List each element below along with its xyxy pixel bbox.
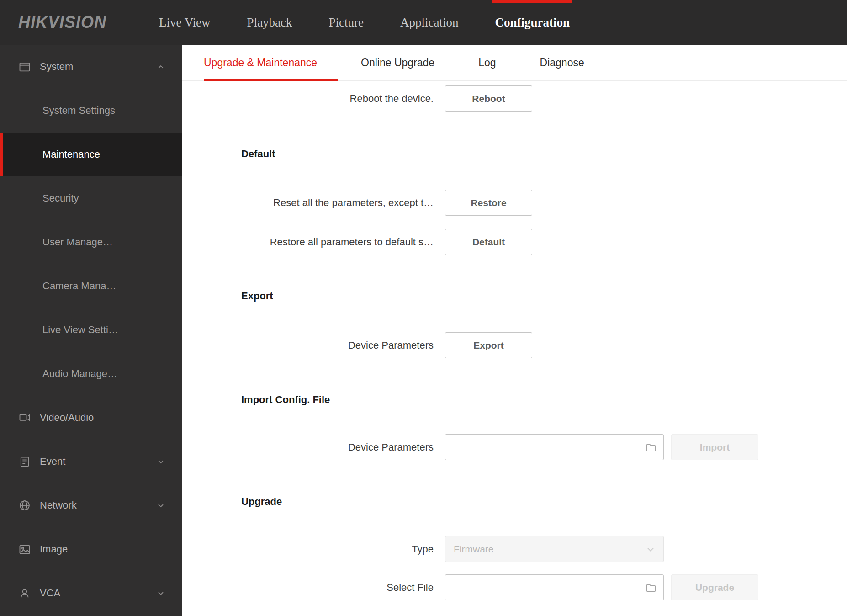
upgrade-file-field[interactable] [445,575,645,600]
chevron-up-icon [155,61,166,72]
upgrade-type-row: Type Firmware [182,536,847,562]
nav-playback[interactable]: Playback [244,0,295,45]
select-file-row: Select File Upgrade [182,574,847,600]
sidebar-item-label: System [40,61,73,73]
sidebar-item-label: Video/Audio [40,412,94,424]
sidebar-item-video-audio[interactable]: Video/Audio [0,396,182,440]
reboot-row: Reboot the device. Reboot [182,85,847,112]
nav-picture[interactable]: Picture [326,0,366,45]
sidebar-item-image[interactable]: Image [0,527,182,571]
upgrade-type-label: Type [182,543,434,555]
sidebar-item-label: System Settings [42,105,115,117]
chevron-down-icon [155,500,166,511]
chevron-down-icon [645,544,656,555]
sidebar-item-label: Image [40,543,68,555]
reboot-button[interactable]: Reboot [445,85,532,112]
chevron-down-icon [155,588,166,599]
tab-bar: Upgrade & Maintenance Online Upgrade Log… [182,45,847,81]
import-row: Device Parameters Import [182,434,847,460]
tab-diagnose[interactable]: Diagnose [540,45,584,80]
import-section-heading: Import Config. File [241,393,847,406]
sidebar-item-camera-management[interactable]: Camera Mana… [0,264,182,308]
sidebar-item-live-view-settings[interactable]: Live View Setti… [0,308,182,352]
network-icon [18,499,31,512]
system-icon [18,60,31,73]
sidebar-item-label: Security [42,192,79,204]
sidebar-item-label: Network [40,499,77,511]
sidebar-item-event[interactable]: Event [0,440,182,483]
image-icon [18,543,31,556]
main-panel: Upgrade & Maintenance Online Upgrade Log… [182,45,847,616]
tab-label: Log [478,57,496,69]
sidebar-item-security[interactable]: Security [0,176,182,220]
maintenance-content: Reboot the device. Reboot Default Reset … [182,85,847,600]
export-row: Device Parameters Export [182,332,847,358]
upgrade-file-input[interactable] [445,574,664,600]
upgrade-section-heading: Upgrade [241,495,847,508]
restore-button[interactable]: Restore [445,190,532,216]
reboot-label: Reboot the device. [182,93,434,105]
default-row: Restore all parameters to default s… Def… [182,229,847,255]
nav-label: Live View [159,16,211,30]
top-navigation: Live View Playback Picture Application C… [156,0,603,45]
export-label: Device Parameters [182,340,434,351]
restore-label: Reset all the parameters, except t… [182,197,434,209]
nav-label: Configuration [495,16,570,30]
sidebar-item-network[interactable]: Network [0,483,182,527]
nav-application[interactable]: Application [397,0,461,45]
default-section-heading: Default [241,148,847,160]
vca-icon [18,587,31,600]
tab-label: Diagnose [540,57,584,69]
sidebar-item-system[interactable]: System [0,45,182,89]
sidebar-item-audio-management[interactable]: Audio Manage… [0,352,182,396]
sidebar-item-label: Maintenance [42,149,100,160]
sidebar: System System Settings Maintenance Secur… [0,45,182,616]
sidebar-item-maintenance[interactable]: Maintenance [0,133,182,176]
hikvision-logo: HIKVISION [18,13,128,32]
nav-label: Playback [247,16,292,30]
nav-label: Application [400,16,458,30]
topbar: HIKVISION Live View Playback Picture App… [0,0,847,45]
import-label: Device Parameters [182,441,434,453]
tab-online-upgrade[interactable]: Online Upgrade [361,45,434,80]
sidebar-item-label: VCA [40,587,60,599]
import-file-input[interactable] [445,434,664,460]
sidebar-item-label: Event [40,456,65,467]
export-button[interactable]: Export [445,332,532,358]
sidebar-item-vca[interactable]: VCA [0,571,182,615]
upgrade-type-value: Firmware [454,544,494,555]
sidebar-item-label: User Manage… [42,236,113,248]
upgrade-button[interactable]: Upgrade [671,574,758,600]
select-file-label: Select File [182,582,434,594]
tab-upgrade-maintenance[interactable]: Upgrade & Maintenance [204,45,317,80]
tab-label: Online Upgrade [361,57,434,69]
sidebar-item-user-management[interactable]: User Manage… [0,220,182,264]
sidebar-item-system-settings[interactable]: System Settings [0,89,182,133]
nav-label: Picture [329,16,364,30]
nav-live-view[interactable]: Live View [156,0,213,45]
sidebar-item-label: Audio Manage… [42,368,117,380]
default-label: Restore all parameters to default s… [182,236,434,248]
nav-configuration[interactable]: Configuration [492,0,573,45]
sidebar-item-label: Live View Setti… [42,324,118,336]
import-button[interactable]: Import [671,434,758,460]
restore-row: Reset all the parameters, except t… Rest… [182,190,847,216]
tab-log[interactable]: Log [478,45,496,80]
chevron-down-icon [155,456,166,467]
folder-icon[interactable] [645,441,657,453]
hikvision-config-page: HIKVISION Live View Playback Picture App… [0,0,847,616]
folder-icon[interactable] [645,582,657,594]
default-button[interactable]: Default [445,229,532,255]
import-file-field[interactable] [445,435,645,460]
video-audio-icon [18,411,31,424]
event-icon [18,455,31,468]
export-section-heading: Export [241,290,847,303]
sidebar-item-label: Camera Mana… [42,280,116,292]
tab-label: Upgrade & Maintenance [204,57,317,69]
upgrade-type-select[interactable]: Firmware [445,536,664,562]
